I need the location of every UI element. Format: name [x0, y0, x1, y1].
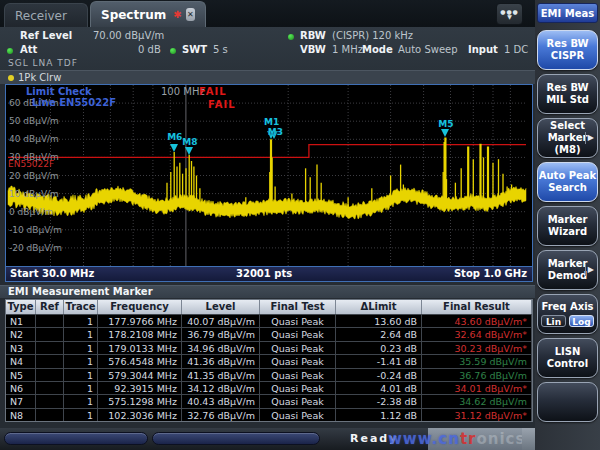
cell-n5-type[interactable]: N5	[6, 368, 36, 381]
input-value[interactable]: 1 DC	[504, 44, 528, 55]
tab-spectrum[interactable]: Spectrum ✱ ✕	[90, 1, 206, 27]
y-axis-label: 20 dBμV/m	[9, 171, 59, 181]
y-axis-label: 10 dBμV/m	[9, 189, 59, 199]
cell-n3-frequency: 179.0133 MHz	[98, 341, 182, 354]
cell-n1-frequency: 177.9766 MHz	[98, 314, 182, 327]
softkey-label: Search	[548, 182, 587, 194]
marker-triangle-M5[interactable]	[441, 129, 449, 137]
softkey-menu-title: EMI Meas	[537, 3, 598, 23]
tab-bar: Receiver Spectrum ✱ ✕ ●●● ▼	[0, 0, 535, 27]
toggle-option-log[interactable]: Log	[569, 315, 594, 327]
y-axis-label: -20 dBμV/m	[9, 243, 62, 253]
cell-n1-trace: 1	[64, 314, 98, 327]
softkey-label: LISN	[555, 346, 581, 358]
status-segment-2	[152, 432, 320, 445]
swt-label[interactable]: SWT	[182, 44, 207, 55]
softkey-sidebar: EMI Meas Res BWCISPRRes BWMIL StdSelectM…	[535, 0, 600, 450]
cell-n8-final-test: Quasi Peak	[260, 408, 336, 421]
column-header: Level	[182, 300, 260, 314]
rbw-label[interactable]: RBW	[300, 30, 326, 41]
softkey-label: Marker	[548, 214, 588, 226]
y-axis-label: 40 dBμV/m	[9, 134, 59, 144]
softkey-marker-demod[interactable]: MarkerDemod▶	[537, 250, 598, 290]
input-label[interactable]: Input	[468, 44, 498, 55]
cell-n7-delta-limit: -2.38 dB	[336, 394, 422, 407]
cell-n7-trace: 1	[64, 394, 98, 407]
column-header: ΔLimit	[336, 300, 422, 314]
limit-line-name-label: Line EN55022F	[32, 97, 116, 108]
cell-n2-ref	[36, 327, 64, 340]
tab-receiver[interactable]: Receiver	[4, 3, 88, 27]
trace-label[interactable]: 1Pk Clrw	[18, 72, 61, 83]
swt-value[interactable]: 5 s	[213, 44, 228, 55]
toggle-option-lin[interactable]: Lin	[541, 315, 566, 327]
noise-trace	[8, 186, 526, 219]
marker-triangle-M8[interactable]	[185, 147, 193, 155]
ref-level-label[interactable]: Ref Level	[20, 30, 72, 41]
cell-n6-ref	[36, 381, 64, 394]
marker-label-M8: M8	[182, 137, 197, 147]
cell-n1-type[interactable]: N1	[6, 314, 36, 327]
spectrum-plot[interactable]: 60 dBμV/m50 dBμV/m40 dBμV/m30 dBμV/m20 d…	[5, 84, 533, 267]
marker-label-M3: M3	[268, 127, 283, 137]
marker-label-M1: M1	[264, 117, 279, 127]
cell-n1-level: 40.07 dBμV/m	[182, 314, 260, 327]
cell-n5-trace: 1	[64, 368, 98, 381]
cell-n7-final-result: 34.62 dBμV/m	[422, 394, 532, 407]
column-header: Trace	[64, 300, 98, 314]
vbw-value[interactable]: 1 MHz	[332, 44, 363, 55]
chevron-down-icon: ▼	[507, 14, 512, 20]
softkey-marker-wizard[interactable]: MarkerWizard	[537, 206, 598, 246]
cell-n1-final-test: Quasi Peak	[260, 314, 336, 327]
ref-level-value[interactable]: 70.00 dBμV/m	[93, 30, 164, 41]
cell-n3-delta-limit: 0.23 dB	[336, 341, 422, 354]
cell-n4-type[interactable]: N4	[6, 354, 36, 367]
close-tab-icon[interactable]: ✕	[186, 8, 195, 21]
sweep-points: 32001 pts	[236, 268, 292, 279]
marker-table-title: EMI Measurement Marker	[0, 285, 535, 298]
submenu-arrow-icon: ▶	[585, 264, 594, 276]
cell-n6-type[interactable]: N6	[6, 381, 36, 394]
softkey-label: Marker	[548, 258, 588, 270]
mode-label[interactable]: Mode	[362, 44, 393, 55]
att-value[interactable]: 0 dB	[138, 44, 161, 55]
rbw-value[interactable]: (CISPR) 120 kHz	[332, 30, 413, 41]
cell-n2-type[interactable]: N2	[6, 327, 36, 340]
marker-triangle-M6[interactable]	[170, 144, 178, 152]
cell-n4-frequency: 576.4548 MHz	[98, 354, 182, 367]
cell-n8-ref	[36, 408, 64, 421]
cell-n6-frequency: 92.3915 MHz	[98, 381, 182, 394]
softkey-label: Res BW	[546, 82, 588, 94]
softkey-select-marker[interactable]: SelectMarker(M8)▶	[537, 118, 598, 158]
spectrum-trace-svg	[6, 85, 532, 266]
cell-n8-type[interactable]: N8	[6, 408, 36, 421]
softkey-res-bw-mil-std[interactable]: Res BWMIL Std	[537, 74, 598, 114]
y-axis-label: -10 dBμV/m	[9, 225, 62, 235]
cell-n7-level: 40.43 dBμV/m	[182, 394, 260, 407]
cell-n7-frequency: 575.1298 MHz	[98, 394, 182, 407]
softkey-freq-axis[interactable]: Freq AxisLinLog	[537, 294, 598, 334]
stop-frequency[interactable]: Stop 1.0 GHz	[454, 268, 527, 279]
start-frequency[interactable]: Start 30.0 MHz	[10, 268, 94, 279]
softkey-auto-peak-search[interactable]: Auto PeakSearch	[537, 162, 598, 202]
toolbar-menu-button[interactable]: ●●● ▼	[496, 3, 523, 25]
cell-n4-delta-limit: -1.41 dB	[336, 354, 422, 367]
cell-n6-final-result: 34.01 dBμV/m*	[422, 381, 532, 394]
cell-n7-type[interactable]: N7	[6, 394, 36, 407]
fail-indicator-1: FAIL	[199, 86, 227, 97]
softkey-res-bw-cispr[interactable]: Res BWCISPR	[537, 30, 598, 70]
cell-n6-level: 34.12 dBμV/m	[182, 381, 260, 394]
trace-info-bar: 1Pk Clrw	[0, 70, 535, 84]
vbw-label[interactable]: VBW	[300, 44, 326, 55]
cell-n4-ref	[36, 354, 64, 367]
att-label[interactable]: Att	[20, 44, 37, 55]
marker-label-M6: M6	[167, 132, 182, 142]
status-segment-1	[4, 432, 148, 445]
frequency-axis-bar: Start 30.0 MHz 32001 pts Stop 1.0 GHz	[5, 267, 533, 282]
mode-value[interactable]: Auto Sweep	[398, 44, 458, 55]
softkey-lisn-control[interactable]: LISNControl	[537, 338, 598, 378]
cell-n2-final-test: Quasi Peak	[260, 327, 336, 340]
watermark-blue: www.cn	[388, 430, 460, 448]
softkey-label: Freq Axis	[541, 301, 593, 313]
cell-n3-type[interactable]: N3	[6, 341, 36, 354]
